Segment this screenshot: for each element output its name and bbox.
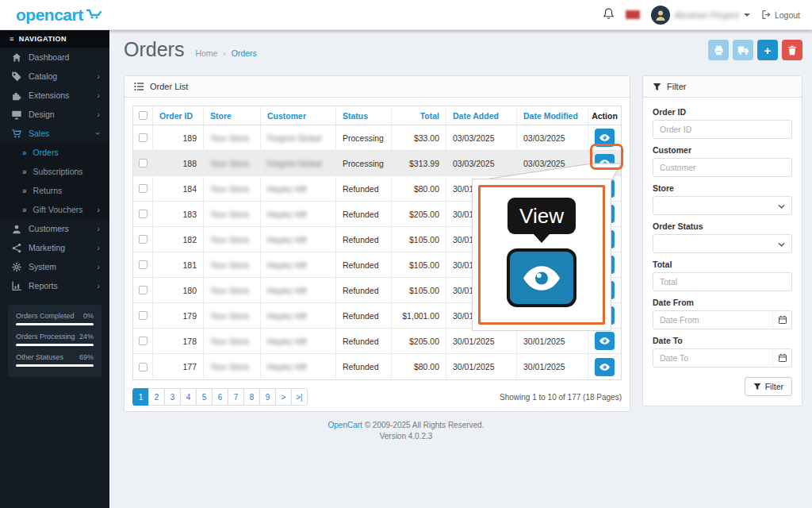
sidebar-item-sales[interactable]: Sales › (0, 124, 109, 143)
date-to-calendar-button[interactable] (772, 349, 791, 367)
breadcrumb-home[interactable]: Home (195, 48, 217, 58)
status-cell: Refunded (336, 202, 392, 226)
column-header-customer[interactable]: Customer (261, 106, 336, 125)
page-button-4[interactable]: 4 (180, 388, 197, 406)
total-cell: $105.00 (392, 227, 446, 252)
row-checkbox[interactable] (139, 286, 147, 294)
eye-icon (599, 134, 610, 141)
breadcrumb-current[interactable]: Orders (232, 48, 257, 58)
row-checkbox[interactable] (139, 363, 147, 371)
filter-order-id-input[interactable] (653, 120, 792, 139)
column-header-store[interactable]: Store (204, 106, 261, 125)
order-id-cell: 180 (153, 278, 204, 302)
total-cell: $80.00 (392, 176, 446, 201)
page-button-5[interactable]: 5 (196, 388, 213, 406)
view-order-button[interactable] (595, 332, 615, 350)
print-shipping-list-button[interactable] (733, 40, 753, 60)
hamburger-icon: ≡ (10, 35, 14, 43)
sidebar-item-catalog[interactable]: Catalog › (0, 67, 109, 86)
customer-cell: Hayley Hill (267, 337, 307, 346)
filter-total-input[interactable] (653, 272, 792, 291)
page-button-8[interactable]: 8 (243, 388, 260, 406)
column-header-date-modified[interactable]: Date Modified (517, 106, 588, 125)
sidebar-item-design[interactable]: Design › (0, 105, 109, 124)
double-chevron-icon: » (22, 206, 27, 214)
row-checkbox[interactable] (139, 311, 147, 320)
filter-order-id-label: Order ID (653, 107, 792, 117)
page-button-2[interactable]: 2 (148, 388, 165, 406)
opencart-logo[interactable]: opencart (16, 6, 104, 25)
row-checkbox[interactable] (139, 133, 147, 142)
sidebar-item-extensions[interactable]: Extensions › (0, 86, 109, 105)
user-avatar (651, 6, 670, 25)
sidebar-item-label: Extensions (29, 90, 69, 100)
store-cell: Your Store (210, 210, 249, 219)
sidebar-item-system[interactable]: System › (0, 257, 109, 276)
row-checkbox[interactable] (139, 184, 147, 193)
row-checkbox[interactable] (139, 337, 147, 345)
print-invoice-button[interactable] (708, 40, 729, 60)
notification-bell-icon[interactable] (603, 7, 615, 23)
row-checkbox[interactable] (139, 260, 147, 269)
sidebar-subitem-orders[interactable]: » Orders (0, 143, 109, 162)
total-cell: $80.00 (392, 354, 446, 379)
panel-title: Order List (150, 82, 188, 91)
page-button-1[interactable]: 1 (132, 388, 149, 406)
page-button-3[interactable]: 3 (164, 388, 181, 406)
store-cell: Your Store (210, 235, 249, 244)
view-order-button[interactable] (595, 358, 615, 376)
page-button-9[interactable]: 9 (259, 388, 276, 406)
column-header-order-id[interactable]: Order ID (153, 106, 204, 125)
footer-opencart-link[interactable]: OpenCart (328, 421, 362, 429)
sidebar-item-dashboard[interactable]: Dashboard (0, 48, 109, 67)
row-checkbox[interactable] (139, 235, 147, 244)
stat-other-statuses: Other Statuses 69% (16, 353, 94, 367)
column-header-status[interactable]: Status (336, 106, 392, 125)
sidebar-item-reports[interactable]: Reports › (0, 276, 109, 295)
language-flag-icon[interactable] (626, 10, 640, 19)
chevron-right-icon: › (97, 224, 100, 233)
sidebar-subitem-gift-vouchers[interactable]: » Gift Vouchers › (0, 200, 109, 219)
row-checkbox[interactable] (139, 159, 147, 167)
date-modified-cell: 03/03/2025 (517, 125, 588, 150)
column-header-date-added[interactable]: Date Added (446, 106, 517, 125)
page-button-6[interactable]: 6 (212, 388, 228, 406)
delete-order-button[interactable] (782, 40, 802, 60)
row-checkbox[interactable] (139, 210, 147, 218)
status-cell: Refunded (336, 329, 392, 353)
filter-date-from-input[interactable] (653, 310, 792, 329)
filter-submit-button[interactable]: Filter (745, 377, 792, 396)
page-button-7[interactable]: 7 (228, 388, 244, 406)
user-menu[interactable]: Abraham Pingent (651, 6, 750, 25)
sidebar-item-customers[interactable]: Customers › (0, 219, 109, 238)
double-chevron-icon: » (22, 148, 27, 157)
stat-value: 24% (79, 333, 94, 341)
share-icon (11, 243, 22, 253)
stat-progress-bar (16, 323, 94, 325)
filter-customer-input[interactable] (653, 158, 792, 177)
date-from-calendar-button[interactable] (772, 311, 791, 329)
chevron-right-icon: › (97, 205, 100, 214)
total-cell: $1,001.00 (392, 303, 446, 328)
gear-icon (11, 262, 22, 272)
sidebar-subitem-label: Subscriptions (33, 167, 83, 176)
list-icon (134, 82, 144, 91)
stat-label: Other Statuses (16, 353, 63, 361)
select-all-checkbox[interactable] (139, 111, 147, 120)
filter-customer-label: Customer (653, 145, 792, 155)
column-header-action: Action (588, 106, 621, 125)
stat-orders-processing: Orders Processing 24% (16, 333, 94, 346)
sidebar-subitem-subscriptions[interactable]: » Subscriptions (0, 162, 109, 181)
filter-order-status-select[interactable] (653, 234, 792, 253)
sidebar-item-marketing[interactable]: Marketing › (0, 238, 109, 257)
logout-button[interactable]: Logout (761, 10, 800, 20)
filter-store-select[interactable] (653, 196, 792, 215)
add-order-button[interactable]: + (757, 40, 778, 60)
filter-date-to-input[interactable] (653, 348, 792, 368)
page-last-button[interactable]: >| (291, 388, 308, 406)
column-header-total[interactable]: Total (392, 106, 446, 125)
opencart-admin-page: opencart Abraham Pingent Logout (0, 0, 812, 508)
sidebar-subitem-returns[interactable]: » Returns (0, 181, 109, 200)
order-id-cell: 181 (153, 252, 204, 277)
page-next-button[interactable]: > (275, 388, 292, 406)
